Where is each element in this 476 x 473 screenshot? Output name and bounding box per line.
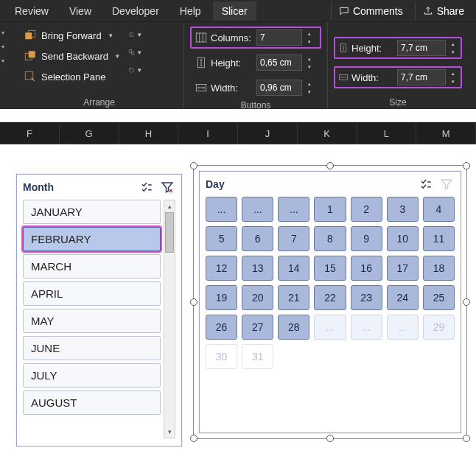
day-cell[interactable]: 21 <box>278 285 309 310</box>
day-cell[interactable]: 15 <box>314 256 346 281</box>
selection-pane-button[interactable]: Selection Pane <box>21 68 122 85</box>
day-cell[interactable]: ... <box>387 315 419 340</box>
tab-developer[interactable]: Developer <box>103 1 168 21</box>
day-cell[interactable]: 2 <box>351 197 382 222</box>
resize-handle[interactable] <box>463 162 470 169</box>
spreadsheet-area[interactable]: Month JANUARYFEBRUARYMARCHAPRILMAYJUNEJU… <box>0 144 476 473</box>
size-height-input[interactable] <box>397 40 446 56</box>
month-item[interactable]: FEBRUARY <box>23 227 161 251</box>
scroll-thumb[interactable] <box>165 212 174 253</box>
resize-handle[interactable] <box>463 298 470 306</box>
day-cell[interactable]: 20 <box>242 285 273 310</box>
day-cell[interactable]: 12 <box>206 256 237 281</box>
scroll-down-icon[interactable]: ▾ <box>164 426 175 438</box>
gallery-scroll-up[interactable]: ▾ <box>1 29 9 36</box>
clear-filter-icon[interactable] <box>438 176 455 192</box>
columns-spinner[interactable]: ▴▾ <box>305 29 314 46</box>
day-cell[interactable]: 29 <box>423 315 455 340</box>
day-cell[interactable]: 28 <box>278 315 309 340</box>
day-slicer[interactable]: Day .........123456789101112131415161718… <box>199 171 461 433</box>
multi-select-icon[interactable] <box>139 179 155 195</box>
day-cell[interactable]: 9 <box>351 226 382 251</box>
chevron-down-icon[interactable]: ▾ <box>106 32 113 39</box>
day-cell[interactable]: 10 <box>387 226 419 251</box>
size-height-spinner[interactable]: ▴▾ <box>449 40 458 56</box>
resize-handle[interactable] <box>190 435 197 442</box>
day-cell[interactable]: ... <box>242 197 273 222</box>
day-cell[interactable]: 23 <box>351 285 382 310</box>
col-header[interactable]: L <box>357 123 417 144</box>
bring-forward-button[interactable]: Bring Forward ▾ <box>21 27 122 44</box>
col-header[interactable]: G <box>60 123 119 144</box>
day-cell[interactable]: 1 <box>314 197 346 222</box>
chevron-down-icon[interactable]: ▾ <box>113 52 119 60</box>
month-item[interactable]: MARCH <box>23 254 161 278</box>
comments-button[interactable]: Comments <box>331 2 410 20</box>
group-button[interactable]: ▾ <box>128 46 141 59</box>
clear-filter-icon[interactable] <box>159 179 175 195</box>
day-cell[interactable]: ... <box>278 197 309 222</box>
day-cell[interactable]: 11 <box>423 226 455 251</box>
share-button[interactable]: Share <box>415 2 472 20</box>
tab-slicer[interactable]: Slicer <box>213 1 256 21</box>
button-height-input[interactable] <box>256 55 302 71</box>
resize-handle[interactable] <box>190 162 197 169</box>
day-cell[interactable]: 5 <box>206 226 237 251</box>
day-cell[interactable]: 6 <box>242 226 273 251</box>
day-cell[interactable]: ... <box>351 315 382 340</box>
day-cell[interactable]: ... <box>206 197 237 222</box>
day-cell[interactable]: 14 <box>278 256 309 281</box>
day-cell[interactable]: 19 <box>206 285 237 310</box>
button-width-spinner[interactable]: ▴▾ <box>305 80 314 96</box>
month-item[interactable]: MAY <box>23 309 161 333</box>
month-item[interactable]: JULY <box>23 363 161 388</box>
resize-handle[interactable] <box>326 435 334 442</box>
resize-handle[interactable] <box>463 435 470 442</box>
size-width-input[interactable] <box>397 69 446 85</box>
scroll-up-icon[interactable]: ▴ <box>164 200 175 212</box>
day-cell[interactable]: 4 <box>423 197 455 222</box>
day-cell[interactable]: 24 <box>387 285 419 310</box>
gallery-more[interactable]: ▾ <box>1 57 9 64</box>
day-cell[interactable]: 18 <box>423 256 455 281</box>
day-cell[interactable]: 7 <box>278 226 309 251</box>
day-cell[interactable]: 26 <box>206 315 237 340</box>
month-scrollbar[interactable]: ▴ ▾ <box>164 200 175 438</box>
size-width-spinner[interactable]: ▴▾ <box>449 69 458 85</box>
day-cell[interactable]: 30 <box>206 344 237 369</box>
button-width-input[interactable] <box>256 80 302 96</box>
col-header[interactable]: K <box>298 123 357 144</box>
tab-view[interactable]: View <box>60 1 100 21</box>
resize-handle[interactable] <box>190 298 197 306</box>
day-cell[interactable]: 17 <box>387 256 419 281</box>
day-cell[interactable]: 22 <box>314 285 346 310</box>
rotate-button[interactable]: ▾ <box>128 63 141 77</box>
send-backward-button[interactable]: Send Backward ▾ <box>21 47 122 65</box>
month-item[interactable]: APRIL <box>23 281 161 306</box>
day-cell[interactable]: 16 <box>351 256 382 281</box>
day-cell[interactable]: 25 <box>423 285 455 310</box>
col-header[interactable]: M <box>416 123 476 144</box>
day-cell[interactable]: 3 <box>387 197 419 222</box>
col-header[interactable]: F <box>0 123 60 144</box>
columns-input[interactable] <box>256 29 302 46</box>
tab-help[interactable]: Help <box>171 1 210 21</box>
month-item[interactable]: JUNE <box>23 336 161 360</box>
multi-select-icon[interactable] <box>418 176 434 192</box>
month-item[interactable]: JANUARY <box>23 200 161 224</box>
gallery-scroll-down[interactable]: ▾ <box>1 43 9 50</box>
day-cell[interactable]: ... <box>314 315 346 340</box>
col-header[interactable]: J <box>238 123 298 144</box>
month-slicer[interactable]: Month JANUARYFEBRUARYMARCHAPRILMAYJUNEJU… <box>16 174 182 446</box>
day-cell[interactable]: 31 <box>242 344 273 369</box>
col-header[interactable]: H <box>119 123 179 144</box>
col-header[interactable]: I <box>178 123 238 144</box>
align-button[interactable]: ▾ <box>128 28 141 41</box>
button-height-spinner[interactable]: ▴▾ <box>305 55 314 71</box>
day-cell[interactable]: 8 <box>314 226 346 251</box>
resize-handle[interactable] <box>326 162 334 169</box>
day-cell[interactable]: 27 <box>242 315 273 340</box>
month-item[interactable]: AUGUST <box>23 390 161 415</box>
day-cell[interactable]: 13 <box>242 256 273 281</box>
tab-review[interactable]: Review <box>6 1 57 21</box>
